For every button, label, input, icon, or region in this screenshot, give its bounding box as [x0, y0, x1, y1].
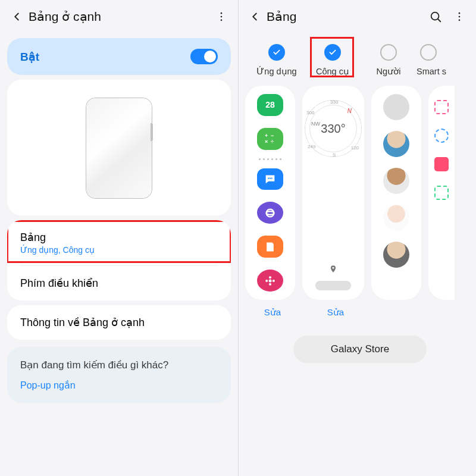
- category-apps[interactable]: Ứng dụng: [249, 44, 305, 76]
- contact-avatar: [383, 205, 409, 231]
- panel-preview-apps[interactable]: 28 +−×÷: [245, 86, 295, 300]
- svg-point-20: [265, 280, 268, 282]
- chevron-left-icon: [248, 10, 261, 23]
- option-about[interactable]: Thông tin về Bảng ở cạnh: [7, 305, 231, 340]
- search-button[interactable]: [424, 5, 447, 29]
- svg-point-2: [221, 20, 223, 21]
- pin-select-icon: [434, 186, 449, 200]
- option-handle-title: Phím điều khiển: [20, 277, 218, 290]
- svg-point-16: [267, 211, 274, 215]
- rectangle-select-icon: [434, 100, 449, 114]
- messages-app-icon: [257, 168, 283, 190]
- contact-avatar: [383, 242, 409, 268]
- option-handle[interactable]: Phím điều khiển: [7, 266, 231, 300]
- phone-outline-icon: [86, 98, 152, 199]
- toggle-label: Bật: [20, 50, 39, 64]
- category-smart-select[interactable]: Smart s: [416, 44, 440, 76]
- page-title: Bảng ở cạnh: [29, 10, 209, 24]
- panels-selection-screen: Bảng Ứng dụng Công: [238, 0, 476, 476]
- edit-link-tools[interactable]: Sửa: [305, 307, 367, 318]
- svg-point-21: [273, 280, 275, 282]
- panels-body: Ứng dụng Công cụ Người Smart s: [238, 33, 476, 363]
- header: Bảng: [238, 0, 476, 33]
- option-about-title: Thông tin về Bảng ở cạnh: [20, 316, 218, 329]
- settings-edge-panel-screen: Bảng ở cạnh Bật Bảng Ứng dụng, Công cụ P…: [0, 0, 238, 476]
- location-area: [306, 265, 361, 294]
- panel-preview-smartselect[interactable]: [428, 86, 455, 300]
- check-circle-icon: [324, 44, 341, 61]
- check-circle-icon: [268, 44, 285, 61]
- more-vertical-icon: [453, 11, 465, 23]
- header: Bảng ở cạnh: [0, 0, 238, 33]
- chevron-left-icon: [10, 10, 23, 23]
- search-icon: [429, 10, 442, 23]
- suggestion-card: Bạn đang tìm kiếm điều gì khác? Pop-up n…: [7, 347, 231, 403]
- gif-select-icon: [434, 157, 449, 171]
- svg-point-1: [221, 16, 223, 18]
- more-button[interactable]: [209, 5, 233, 29]
- contact-avatar: [383, 168, 409, 194]
- svg-point-19: [269, 283, 271, 285]
- preview-card: [7, 80, 231, 215]
- galaxy-store-button[interactable]: Galaxy Store: [293, 336, 427, 363]
- about-card: Thông tin về Bảng ở cạnh: [7, 305, 231, 340]
- oval-select-icon: [434, 129, 449, 143]
- panel-preview-tools[interactable]: NW N 330 300 249 S 120 330°: [302, 86, 364, 300]
- back-button[interactable]: [243, 5, 267, 29]
- svg-line-4: [438, 19, 440, 21]
- contact-avatar: [383, 131, 409, 157]
- internet-app-icon: [257, 202, 283, 224]
- svg-point-5: [459, 12, 461, 14]
- toggle-knob: [204, 51, 216, 62]
- option-panels-subtitle: Ứng dụng, Công cụ: [20, 245, 218, 255]
- more-vertical-icon: [215, 11, 227, 23]
- svg-point-14: [271, 178, 273, 179]
- master-toggle-card[interactable]: Bật: [7, 38, 231, 75]
- calendar-app-icon: 28: [257, 94, 283, 116]
- unchecked-circle-icon: [420, 44, 437, 61]
- device-preview: [7, 80, 231, 215]
- gallery-app-icon: [257, 270, 283, 292]
- toggle-switch-on[interactable]: [190, 49, 218, 64]
- edit-row: Sửa Sửa: [245, 300, 475, 318]
- unchecked-circle-icon: [380, 44, 397, 61]
- svg-point-18: [269, 276, 271, 278]
- back-button[interactable]: [5, 5, 29, 29]
- compass-widget: NW N 330 300 249 S 120 330°: [305, 100, 362, 157]
- calculator-app-icon: +−×÷: [257, 128, 283, 150]
- notes-app-icon: [257, 236, 283, 258]
- divider-dots: [259, 157, 281, 161]
- svg-point-6: [459, 16, 461, 18]
- suggestion-question: Bạn đang tìm kiếm điều gì khác?: [20, 359, 218, 371]
- svg-text:×: ×: [265, 139, 268, 145]
- category-people[interactable]: Người: [361, 44, 416, 76]
- svg-text:÷: ÷: [271, 139, 274, 145]
- svg-text:−: −: [271, 133, 274, 139]
- svg-point-0: [221, 12, 223, 14]
- pane-divider: [238, 0, 239, 476]
- svg-point-13: [270, 178, 271, 179]
- svg-point-22: [333, 267, 334, 269]
- more-button[interactable]: [447, 5, 471, 29]
- svg-point-7: [459, 20, 461, 21]
- category-row: Ứng dụng Công cụ Người Smart s: [245, 36, 475, 82]
- svg-point-12: [268, 178, 269, 179]
- svg-point-15: [267, 209, 274, 217]
- option-panels[interactable]: Bảng Ứng dụng, Công cụ: [7, 220, 231, 265]
- contact-avatar: [383, 94, 409, 120]
- page-title: Bảng: [267, 10, 424, 24]
- option-panels-title: Bảng: [20, 231, 218, 244]
- svg-point-17: [269, 279, 272, 282]
- panel-preview-people[interactable]: [371, 86, 421, 300]
- category-tools[interactable]: Công cụ: [305, 44, 361, 76]
- suggestion-link[interactable]: Pop-up ngắn: [20, 380, 218, 391]
- panel-strip[interactable]: 28 +−×÷: [245, 82, 475, 300]
- handle-indicator: [315, 281, 351, 290]
- location-pin-icon: [329, 265, 337, 275]
- edit-link-apps[interactable]: Sửa: [248, 307, 298, 318]
- options-card: Bảng Ứng dụng, Công cụ Phím điều khiển: [7, 220, 231, 300]
- svg-text:+: +: [265, 133, 268, 139]
